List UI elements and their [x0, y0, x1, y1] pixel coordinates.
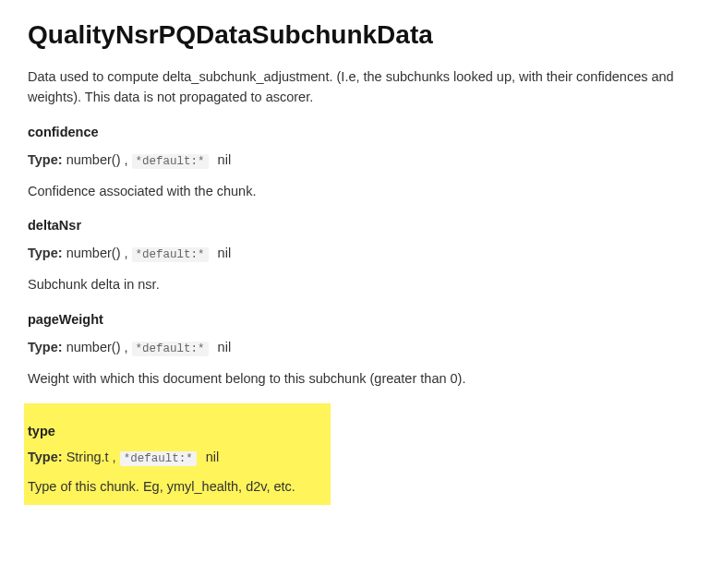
field-desc: Weight with which this document belong t…	[28, 368, 683, 389]
type-label: Type:	[28, 340, 63, 354]
nil-value: nil	[218, 340, 232, 354]
field-desc: Subchunk delta in nsr.	[28, 274, 683, 294]
intro-paragraph: Data used to compute delta_subchunk_adju…	[28, 66, 683, 108]
type-line: Type: number() , *default:* nil	[28, 246, 683, 261]
type-label: Type:	[28, 152, 63, 167]
page-title: QualityNsrPQDataSubchunkData	[28, 20, 683, 50]
type-line: Type: number() , *default:* nil	[28, 152, 683, 168]
field-name-pageweight: pageWeight	[28, 312, 683, 327]
type-line: Type: number() , *default:* nil	[28, 340, 683, 355]
field-name-confidence: confidence	[28, 125, 683, 139]
type-value: number()	[66, 246, 121, 260]
comma: ,	[125, 246, 128, 260]
comma: ,	[125, 340, 128, 354]
default-code: *default:*	[120, 451, 197, 466]
default-code: *default:*	[132, 247, 209, 262]
nil-value: nil	[206, 450, 220, 464]
highlighted-block: type Type: String.t , *default:* nil Typ…	[24, 403, 331, 504]
default-code: *default:*	[132, 342, 209, 356]
field-name-type: type	[28, 424, 331, 438]
type-label: Type:	[28, 450, 63, 464]
field-desc: Type of this chunk. Eg, ymyl_health, d2v…	[28, 476, 331, 497]
nil-value: nil	[218, 152, 232, 167]
field-desc: Confidence associated with the chunk.	[28, 181, 683, 201]
doc-page: QualityNsrPQDataSubchunkData Data used t…	[0, 0, 711, 514]
type-label: Type:	[28, 246, 63, 260]
field-name-deltansr: deltaNsr	[28, 218, 683, 233]
comma: ,	[125, 152, 128, 167]
type-line: Type: String.t , *default:* nil	[28, 450, 331, 465]
default-code: *default:*	[132, 154, 209, 169]
type-value: number()	[66, 340, 121, 354]
type-value: String.t	[66, 450, 109, 464]
type-value: number()	[66, 152, 121, 167]
nil-value: nil	[218, 246, 232, 260]
comma: ,	[113, 450, 116, 464]
